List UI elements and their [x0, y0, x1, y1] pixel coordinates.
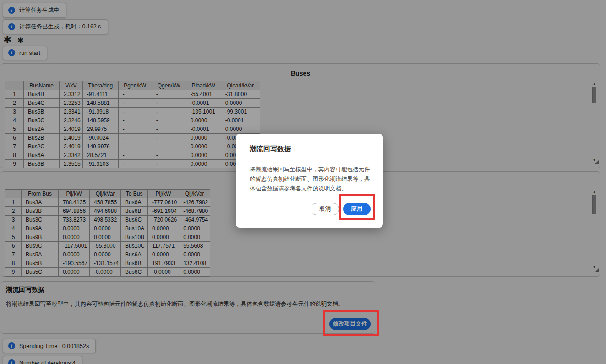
cancel-button[interactable]: 取消	[311, 203, 339, 215]
dialog-title: 潮流回写数据	[250, 145, 291, 153]
dialog-divider	[250, 160, 377, 160]
highlight-box-apply	[339, 194, 375, 220]
dialog-body-text: 将潮流结果回写至模型中，其内容可能包括元件的暂态仿真初始化断面、图形化潮流结果等…	[250, 165, 371, 194]
highlight-box-modify	[323, 310, 379, 336]
